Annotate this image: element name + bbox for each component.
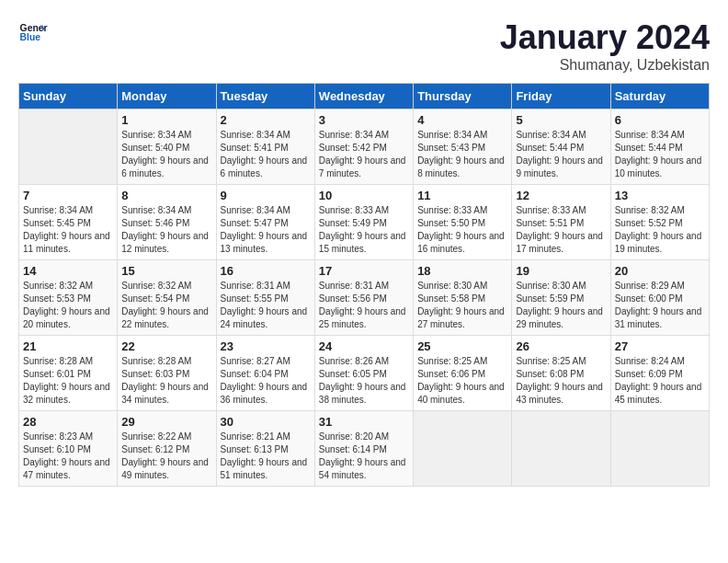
- day-number: 21: [23, 339, 113, 353]
- day-number: 25: [417, 339, 507, 353]
- calendar-header: SundayMondayTuesdayWednesdayThursdayFrid…: [19, 84, 710, 109]
- day-info: Sunrise: 8:33 AMSunset: 5:51 PMDaylight:…: [516, 204, 606, 256]
- day-info: Sunrise: 8:32 AMSunset: 5:54 PMDaylight:…: [121, 280, 211, 331]
- day-info: Sunrise: 8:34 AMSunset: 5:44 PMDaylight:…: [615, 129, 705, 180]
- day-info: Sunrise: 8:28 AMSunset: 6:03 PMDaylight:…: [121, 355, 211, 407]
- day-info: Sunrise: 8:34 AMSunset: 5:47 PMDaylight:…: [221, 204, 311, 256]
- day-info: Sunrise: 8:33 AMSunset: 5:50 PMDaylight:…: [417, 204, 507, 256]
- calendar-body: 1Sunrise: 8:34 AMSunset: 5:40 PMDaylight…: [19, 109, 710, 487]
- calendar-cell: 16Sunrise: 8:31 AMSunset: 5:55 PMDayligh…: [216, 260, 314, 336]
- calendar-cell: 22Sunrise: 8:28 AMSunset: 6:03 PMDayligh…: [118, 336, 216, 411]
- day-info: Sunrise: 8:34 AMSunset: 5:41 PMDaylight:…: [221, 129, 311, 180]
- week-row-0: 1Sunrise: 8:34 AMSunset: 5:40 PMDaylight…: [19, 109, 710, 185]
- day-number: 30: [221, 415, 311, 429]
- calendar-table: SundayMondayTuesdayWednesdayThursdayFrid…: [18, 83, 710, 487]
- calendar-cell: 1Sunrise: 8:34 AMSunset: 5:40 PMDaylight…: [118, 109, 216, 185]
- week-row-2: 14Sunrise: 8:32 AMSunset: 5:53 PMDayligh…: [19, 260, 710, 336]
- col-header-saturday: Saturday: [610, 84, 709, 109]
- calendar-cell: 17Sunrise: 8:31 AMSunset: 5:56 PMDayligh…: [314, 260, 413, 336]
- calendar-cell: 6Sunrise: 8:34 AMSunset: 5:44 PMDaylight…: [610, 109, 709, 185]
- calendar-cell: [610, 411, 709, 487]
- calendar-cell: 2Sunrise: 8:34 AMSunset: 5:41 PMDaylight…: [216, 109, 314, 185]
- calendar-cell: 15Sunrise: 8:32 AMSunset: 5:54 PMDayligh…: [118, 260, 216, 336]
- day-number: 26: [516, 339, 606, 353]
- day-info: Sunrise: 8:34 AMSunset: 5:44 PMDaylight:…: [516, 129, 606, 180]
- svg-text:Blue: Blue: [20, 32, 41, 42]
- calendar-cell: 11Sunrise: 8:33 AMSunset: 5:50 PMDayligh…: [414, 185, 512, 260]
- day-info: Sunrise: 8:30 AMSunset: 5:58 PMDaylight:…: [417, 280, 507, 331]
- day-number: 24: [319, 339, 409, 353]
- calendar-cell: [19, 109, 118, 185]
- day-info: Sunrise: 8:23 AMSunset: 6:10 PMDaylight:…: [23, 431, 113, 482]
- day-info: Sunrise: 8:33 AMSunset: 5:49 PMDaylight:…: [319, 204, 409, 256]
- col-header-sunday: Sunday: [19, 84, 118, 109]
- day-info: Sunrise: 8:34 AMSunset: 5:40 PMDaylight:…: [121, 129, 211, 180]
- day-number: 11: [417, 189, 507, 202]
- day-number: 22: [121, 339, 211, 353]
- day-number: 29: [121, 415, 211, 429]
- week-row-1: 7Sunrise: 8:34 AMSunset: 5:45 PMDaylight…: [19, 185, 710, 260]
- calendar-cell: 4Sunrise: 8:34 AMSunset: 5:43 PMDaylight…: [414, 109, 512, 185]
- day-info: Sunrise: 8:30 AMSunset: 5:59 PMDaylight:…: [516, 280, 606, 331]
- calendar-cell: 10Sunrise: 8:33 AMSunset: 5:49 PMDayligh…: [314, 185, 413, 260]
- day-number: 3: [319, 113, 409, 127]
- day-info: Sunrise: 8:32 AMSunset: 5:52 PMDaylight:…: [615, 204, 705, 256]
- day-number: 28: [23, 415, 113, 429]
- day-number: 31: [319, 415, 409, 429]
- day-number: 2: [221, 113, 311, 127]
- logo: General Blue: [18, 18, 48, 48]
- day-info: Sunrise: 8:29 AMSunset: 6:00 PMDaylight:…: [615, 280, 705, 331]
- day-info: Sunrise: 8:31 AMSunset: 5:55 PMDaylight:…: [221, 280, 311, 331]
- day-info: Sunrise: 8:32 AMSunset: 5:53 PMDaylight:…: [23, 280, 113, 331]
- day-info: Sunrise: 8:25 AMSunset: 6:06 PMDaylight:…: [417, 355, 507, 407]
- day-number: 10: [319, 189, 409, 202]
- day-number: 14: [23, 264, 113, 278]
- day-info: Sunrise: 8:28 AMSunset: 6:01 PMDaylight:…: [23, 355, 113, 407]
- calendar-cell: 29Sunrise: 8:22 AMSunset: 6:12 PMDayligh…: [118, 411, 216, 487]
- col-header-wednesday: Wednesday: [314, 84, 413, 109]
- calendar-cell: 27Sunrise: 8:24 AMSunset: 6:09 PMDayligh…: [610, 336, 709, 411]
- day-number: 20: [615, 264, 705, 278]
- calendar-cell: 19Sunrise: 8:30 AMSunset: 5:59 PMDayligh…: [512, 260, 610, 336]
- day-number: 5: [516, 113, 606, 127]
- calendar-cell: 13Sunrise: 8:32 AMSunset: 5:52 PMDayligh…: [610, 185, 709, 260]
- calendar-cell: 9Sunrise: 8:34 AMSunset: 5:47 PMDaylight…: [216, 185, 314, 260]
- calendar-cell: 26Sunrise: 8:25 AMSunset: 6:08 PMDayligh…: [512, 336, 610, 411]
- calendar-cell: 30Sunrise: 8:21 AMSunset: 6:13 PMDayligh…: [216, 411, 314, 487]
- calendar-cell: 23Sunrise: 8:27 AMSunset: 6:04 PMDayligh…: [216, 336, 314, 411]
- day-number: 17: [319, 264, 409, 278]
- calendar-cell: 18Sunrise: 8:30 AMSunset: 5:58 PMDayligh…: [414, 260, 512, 336]
- col-header-friday: Friday: [512, 84, 610, 109]
- calendar-cell: 25Sunrise: 8:25 AMSunset: 6:06 PMDayligh…: [414, 336, 512, 411]
- calendar-cell: 31Sunrise: 8:20 AMSunset: 6:14 PMDayligh…: [314, 411, 413, 487]
- day-number: 15: [121, 264, 211, 278]
- day-info: Sunrise: 8:34 AMSunset: 5:43 PMDaylight:…: [417, 129, 507, 180]
- day-info: Sunrise: 8:34 AMSunset: 5:45 PMDaylight:…: [23, 204, 113, 256]
- week-row-4: 28Sunrise: 8:23 AMSunset: 6:10 PMDayligh…: [19, 411, 710, 487]
- day-info: Sunrise: 8:31 AMSunset: 5:56 PMDaylight:…: [319, 280, 409, 331]
- col-header-tuesday: Tuesday: [216, 84, 314, 109]
- calendar-cell: 12Sunrise: 8:33 AMSunset: 5:51 PMDayligh…: [512, 185, 610, 260]
- calendar-cell: 3Sunrise: 8:34 AMSunset: 5:42 PMDaylight…: [314, 109, 413, 185]
- day-number: 9: [221, 189, 311, 202]
- page-header: General Blue January 2024 Shumanay, Uzbe…: [18, 18, 710, 74]
- day-info: Sunrise: 8:34 AMSunset: 5:42 PMDaylight:…: [319, 129, 409, 180]
- col-header-thursday: Thursday: [414, 84, 512, 109]
- day-info: Sunrise: 8:27 AMSunset: 6:04 PMDaylight:…: [221, 355, 311, 407]
- day-info: Sunrise: 8:21 AMSunset: 6:13 PMDaylight:…: [221, 431, 311, 482]
- day-number: 13: [615, 189, 705, 202]
- week-row-3: 21Sunrise: 8:28 AMSunset: 6:01 PMDayligh…: [19, 336, 710, 411]
- calendar-cell: 7Sunrise: 8:34 AMSunset: 5:45 PMDaylight…: [19, 185, 118, 260]
- day-number: 7: [23, 189, 113, 202]
- day-number: 6: [615, 113, 705, 127]
- calendar-cell: 8Sunrise: 8:34 AMSunset: 5:46 PMDaylight…: [118, 185, 216, 260]
- day-number: 1: [121, 113, 211, 127]
- day-number: 19: [516, 264, 606, 278]
- day-info: Sunrise: 8:20 AMSunset: 6:14 PMDaylight:…: [319, 431, 409, 482]
- day-info: Sunrise: 8:25 AMSunset: 6:08 PMDaylight:…: [516, 355, 606, 407]
- calendar-cell: [512, 411, 610, 487]
- day-number: 12: [516, 189, 606, 202]
- day-number: 27: [615, 339, 705, 353]
- day-number: 8: [121, 189, 211, 202]
- day-info: Sunrise: 8:26 AMSunset: 6:05 PMDaylight:…: [319, 355, 409, 407]
